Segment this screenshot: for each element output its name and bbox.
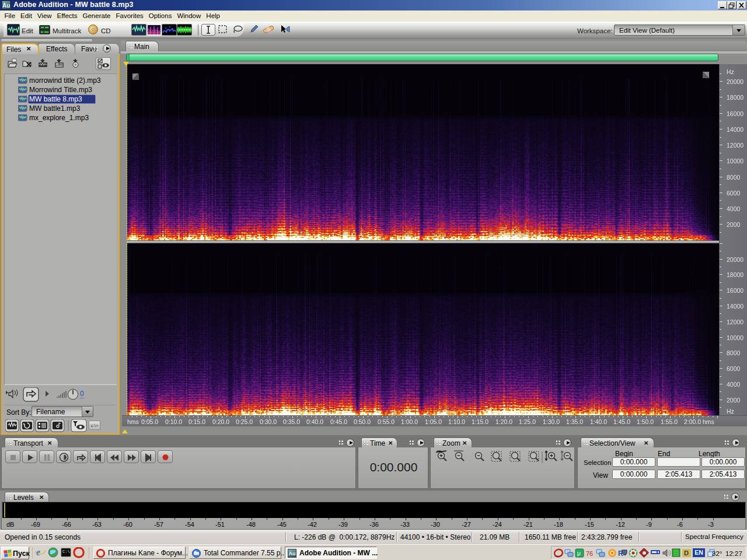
svg-text:C:\: C:\ xyxy=(62,550,70,554)
svg-text:76: 76 xyxy=(586,550,593,557)
svg-text:μ: μ xyxy=(577,550,581,556)
svg-text:e: e xyxy=(36,547,40,557)
svg-text:D: D xyxy=(684,550,689,556)
